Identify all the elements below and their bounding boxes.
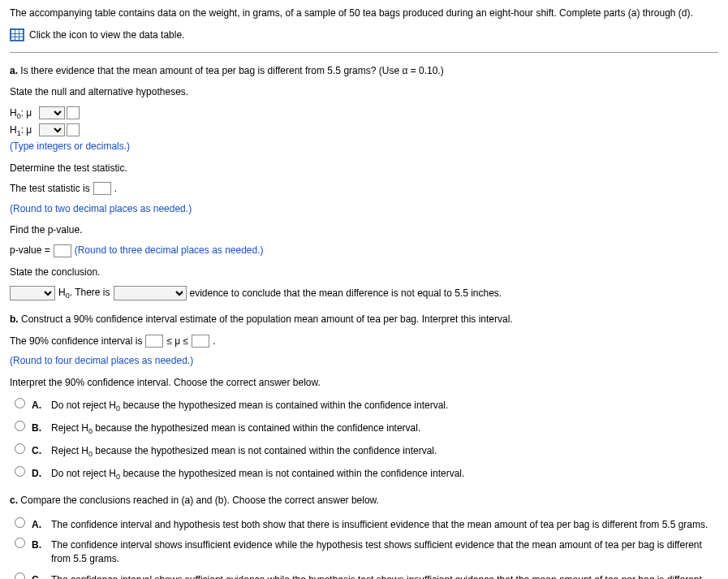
- test-statistic-input[interactable]: [93, 182, 111, 195]
- h1-row: H1: μ: [10, 123, 718, 137]
- ci-row: The 90% confidence interval is ≤ μ ≤ .: [10, 335, 718, 348]
- h0-value-input[interactable]: [67, 106, 80, 119]
- ci-post: .: [213, 335, 215, 348]
- interpret-ci-label: Interpret the 90% confidence interval. C…: [10, 376, 718, 390]
- test-statistic-row: The test statistic is .: [10, 182, 718, 196]
- pvalue-row: p-value = (Round to three decimal places…: [10, 244, 718, 257]
- option-text: Do not reject H0 because the hypothesize…: [51, 399, 718, 414]
- table-icon: [10, 28, 24, 41]
- option-letter: B.: [32, 538, 45, 552]
- state-hypotheses-label: State the null and alternative hypothese…: [10, 85, 718, 99]
- part-b-question: b. Construct a 90% confidence interval e…: [10, 313, 718, 326]
- conclusion-evidence-select[interactable]: [114, 286, 187, 300]
- pvalue-input[interactable]: [54, 244, 71, 257]
- option-letter: C.: [32, 573, 45, 579]
- find-pvalue-label: Find the p-value.: [10, 223, 718, 237]
- part-b-option-c: C. Reject H0 because the hypothesized me…: [15, 442, 718, 460]
- conclusion-end: evidence to conclude that the mean diffe…: [190, 287, 502, 300]
- part-c-option-b: B. The confidence interval shows insuffi…: [15, 536, 718, 566]
- part-b-option-a: A. Do not reject H0 because the hypothes…: [15, 396, 718, 414]
- round-three-note: (Round to three decimal places as needed…: [75, 244, 264, 257]
- part-c-question: c. Compare the conclusions reached in (a…: [10, 494, 718, 508]
- option-letter: A.: [32, 399, 45, 413]
- option-text: Do not reject H0 because the hypothesize…: [51, 467, 718, 482]
- part-b-question-text: Construct a 90% confidence interval esti…: [21, 313, 513, 325]
- option-letter: C.: [32, 444, 45, 458]
- part-a-question-text: Is there evidence that the mean amount o…: [20, 65, 443, 76]
- state-conclusion-label: State the conclusion.: [10, 266, 718, 279]
- option-letter: D.: [32, 467, 45, 481]
- conclusion-decision-select[interactable]: [10, 286, 55, 300]
- part-b-radio-c[interactable]: [15, 443, 25, 454]
- part-c-radio-c[interactable]: [15, 573, 25, 579]
- problem-intro: The accompanying table contains data on …: [10, 6, 718, 20]
- part-b-radio-d[interactable]: [15, 466, 25, 477]
- test-stat-pre: The test statistic is: [10, 182, 90, 196]
- pvalue-pre: p-value =: [10, 244, 50, 257]
- h0-label: H0: μ: [10, 106, 37, 120]
- part-b-option-b: B. Reject H0 because the hypothesized me…: [15, 419, 718, 437]
- test-stat-post: .: [114, 182, 117, 196]
- option-letter: A.: [32, 518, 45, 532]
- part-b-option-d: D. Do not reject H0 because the hypothes…: [15, 464, 718, 482]
- ci-upper-input[interactable]: [192, 335, 209, 348]
- ci-mid: ≤ μ ≤: [166, 335, 188, 348]
- ci-pre: The 90% confidence interval is: [10, 335, 142, 348]
- round-two-note: (Round to two decimal places as needed.): [10, 202, 718, 216]
- conclusion-h0: H0. There is: [58, 286, 110, 301]
- h0-operator-select[interactable]: [39, 106, 65, 119]
- h1-value-input[interactable]: [67, 123, 80, 136]
- conclusion-row: H0. There is evidence to conclude that t…: [10, 286, 718, 301]
- part-c-radio-b[interactable]: [15, 538, 25, 548]
- option-letter: B.: [32, 421, 45, 435]
- hypothesis-type-note: (Type integers or decimals.): [10, 140, 718, 153]
- option-text: The confidence interval and hypothesis t…: [51, 518, 718, 532]
- divider: [10, 52, 718, 53]
- determine-test-statistic-label: Determine the test statistic.: [10, 162, 718, 175]
- part-c-option-c: C. The confidence interval shows suffici…: [15, 571, 718, 579]
- part-a-question: a. Is there evidence that the mean amoun…: [10, 64, 718, 78]
- part-b-radio-b[interactable]: [15, 421, 25, 431]
- part-c-question-text: Compare the conclusions reached in (a) a…: [20, 495, 379, 506]
- option-text: The confidence interval shows insufficie…: [51, 538, 718, 566]
- part-b-radio-a[interactable]: [15, 398, 25, 408]
- part-c-option-a: A. The confidence interval and hypothesi…: [15, 516, 718, 532]
- data-table-link-label: Click the icon to view the data table.: [29, 28, 184, 42]
- option-text: The confidence interval shows sufficient…: [51, 573, 718, 579]
- h1-operator-select[interactable]: [39, 123, 65, 136]
- round-four-note: (Round to four decimal places as needed.…: [10, 354, 718, 368]
- part-c-radio-a[interactable]: [15, 517, 25, 528]
- part-b-options: A. Do not reject H0 because the hypothes…: [10, 396, 718, 482]
- option-text: Reject H0 because the hypothesized mean …: [51, 444, 718, 460]
- part-c-options: A. The confidence interval and hypothesi…: [10, 516, 718, 579]
- h1-label: H1: μ: [10, 123, 37, 137]
- h0-row: H0: μ: [10, 106, 718, 120]
- data-table-link-row[interactable]: Click the icon to view the data table.: [10, 28, 718, 42]
- ci-lower-input[interactable]: [145, 335, 163, 348]
- option-text: Reject H0 because the hypothesized mean …: [51, 421, 718, 437]
